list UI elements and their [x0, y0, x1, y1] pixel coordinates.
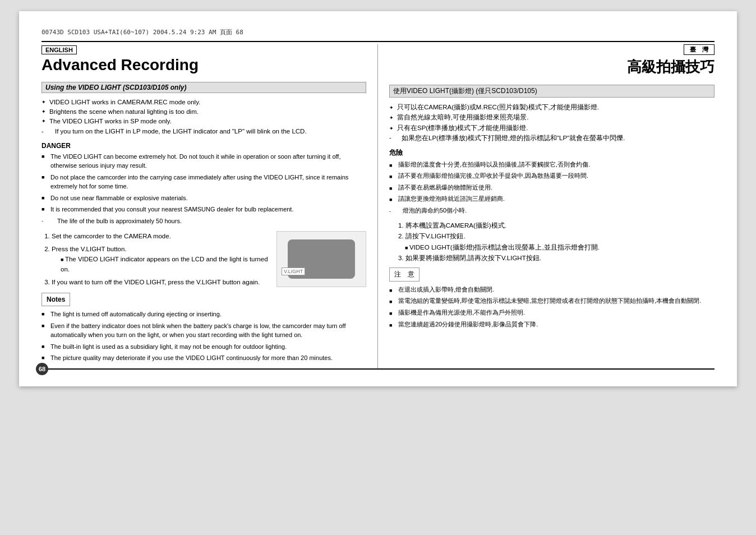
section1-bullets-zh: 只可以在CAMERA(攝影)或M.REC(照片錄製)模式下,才能使用攝影燈. 當… [389, 102, 714, 144]
notes-item: The picture quality may deteriorate if y… [42, 353, 366, 363]
danger-sub-item: The life of the bulb is approximately 50… [42, 216, 366, 226]
zh-bullet-item: 只可以在CAMERA(攝影)或M.REC(照片錄製)模式下,才能使用攝影燈. [389, 102, 714, 112]
page-number: 68 [36, 363, 48, 375]
zh-notes-item: 攝影機是作為備用光源使用,不能作為戶外照明. [389, 308, 714, 318]
zh-danger-item: 請不要在用攝影燈拍攝完後,立即收於手提袋中,因為散熱還要一段時間. [389, 171, 714, 181]
right-column: 臺 灣 高級拍攝技巧 使用VIDEO LIGHT(攝影燈) (僅只SCD103/… [378, 44, 714, 368]
taiwan-badge: 臺 灣 [684, 44, 714, 55]
zh-notes-item: 當您連續超過20分鐘使用攝影燈時,影像品質會下降. [389, 320, 714, 330]
zh-danger-sub-item: 燈泡的壽命約50個小時. [389, 206, 714, 216]
zh-bullet-item: 當自然光線太暗時,可使用攝影燈來照亮場景. [389, 112, 714, 122]
steps-zh: 1. 將本機設置為CAMERA(攝影)模式. 2. 請按下V.LIGHT按鈕. … [389, 220, 714, 264]
steps-section: V.LIGHT Set the camcorder to the CAMERA … [42, 231, 366, 293]
left-column: ENGLISH Advanced Recording Using the VID… [42, 44, 378, 368]
danger-list: The VIDEO LIGHT can become extremely hot… [42, 152, 366, 226]
danger-item: Do not place the camcorder into the carr… [42, 173, 366, 191]
notes-item: Even if the battery indicator does not b… [42, 321, 366, 340]
zh-bullet-item: 只有在SP(標準播放)模式下,才能使用攝影燈. [389, 123, 714, 133]
zh-danger-item: 攝影燈的溫度會十分燙,在拍攝時以及拍攝後,請不要觸摸它,否則會灼傷. [389, 160, 714, 170]
vlight-image: V.LIGHT [276, 231, 366, 287]
zh-bullet-sub-item: 如果您在LP(標準播放)模式下打開燈,燈的指示標誌和"LP"就會在螢幕中閃爍. [389, 133, 714, 143]
notes-box: Notes [42, 293, 70, 306]
notes-list: The light is turned off automatically du… [42, 310, 366, 363]
vlight-label: V.LIGHT [282, 268, 305, 275]
zh-step: 2. 請按下V.LIGHT按鈕. [389, 231, 714, 242]
notes-item: The built-in light is used as a subsidia… [42, 342, 366, 352]
danger-header: DANGER [42, 142, 366, 150]
header-meta: 00743D SCD103 USA+TAI(60~107) 2004.5.24 … [42, 28, 714, 36]
zh-step: 3. 如果要將攝影燈關閉,請再次按下V.LIGHT按鈕. [389, 253, 714, 264]
bullet-item: VIDEO LIGHT works in CAMERA/M.REC mode o… [42, 98, 366, 107]
zh-danger-item: 請不要在易燃易爆的物體附近使用. [389, 183, 714, 193]
zh-notes-item: 在退出或插入影帶時,燈會自動關閉. [389, 285, 714, 295]
danger-item: Do not use near flammable or explosive m… [42, 193, 366, 203]
section1-header-zh: 使用VIDEO LIGHT(攝影燈) (僅只SCD103/D105) [389, 85, 714, 98]
zh-danger-item: 請讓您更換燈泡時就近諮詢三星經銷商. [389, 194, 714, 204]
zh-step: 1. 將本機設置為CAMERA(攝影)模式. [389, 220, 714, 232]
danger-header-zh: 危險 [389, 148, 714, 158]
section1-header-en: Using the VIDEO LIGHT (SCD103/D105 only) [42, 82, 366, 93]
main-title-en: Advanced Recording [42, 57, 366, 74]
danger-item: The VIDEO LIGHT can become extremely hot… [42, 152, 366, 170]
lang-badge: ENGLISH [42, 45, 77, 54]
notes-item: The light is turned off automatically du… [42, 310, 366, 319]
danger-list-zh: 攝影燈的溫度會十分燙,在拍攝時以及拍攝後,請不要觸摸它,否則會灼傷. 請不要在用… [389, 160, 714, 216]
zh-notes-item: 當電池組的電量變低時,即使電池指示標誌未變暗,當您打開燈或者在打開燈的狀態下開始… [389, 296, 714, 306]
notes-zh-box: 注 意 [389, 268, 420, 282]
page-container: 00743D SCD103 USA+TAI(60~107) 2004.5.24 … [19, 11, 737, 386]
zh-step-sub: VIDEO LIGHT(攝影燈)指示標誌會出現螢幕上,並且指示燈會打開. [389, 242, 714, 253]
bullet-item: Brightens the scene when natural lightin… [42, 107, 366, 117]
main-title-zh: 高級拍攝技巧 [389, 57, 714, 77]
section1-bullets-en: VIDEO LIGHT works in CAMERA/M.REC mode o… [42, 98, 366, 136]
bullet-sub-item: If you turn on the LIGHT in LP mode, the… [42, 127, 366, 136]
notes-list-zh: 在退出或插入影帶時,燈會自動關閉. 當電池組的電量變低時,即使電池指示標誌未變暗… [389, 285, 714, 329]
bullet-item: The VIDEO LIGHT works in SP mode only. [42, 117, 366, 126]
danger-item: It is recommended that you consult your … [42, 205, 366, 214]
